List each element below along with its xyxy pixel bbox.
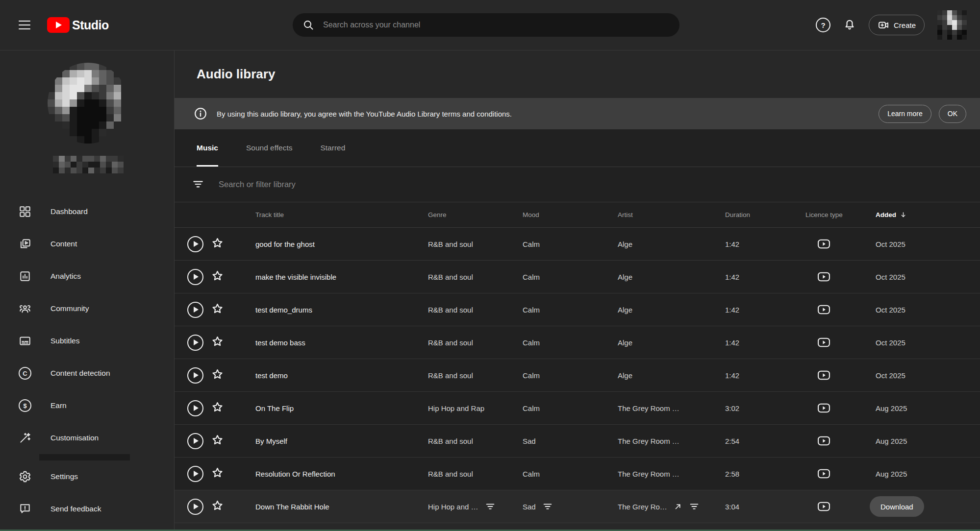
track-title: On The Flip — [250, 404, 428, 412]
star-favorite-button[interactable] — [211, 269, 224, 283]
gear-icon — [19, 470, 31, 483]
sidebar-item-label: Dashboard — [50, 207, 88, 216]
track-duration: 2:54 — [725, 437, 805, 445]
star-favorite-button[interactable] — [211, 434, 224, 447]
play-button[interactable] — [187, 466, 203, 482]
create-button[interactable]: Create — [869, 15, 925, 35]
table-row[interactable]: test demo_drums R&B and soul Calm Alge 1… — [175, 293, 980, 326]
sidebar-item-content-detection[interactable]: C Content detection — [0, 357, 174, 389]
track-added-date: Oct 2025 — [876, 338, 905, 347]
content-icon — [19, 238, 31, 250]
learn-more-button[interactable]: Learn more — [879, 105, 931, 123]
download-button[interactable]: Download — [870, 496, 924, 517]
table-row[interactable]: By Myself R&B and soul Sad The Grey Room… — [175, 425, 980, 458]
track-duration: 3:04 — [725, 503, 805, 511]
licence-type-cell[interactable] — [805, 337, 876, 348]
tab-sound-effects[interactable]: Sound effects — [246, 129, 293, 167]
track-duration: 1:42 — [725, 273, 805, 281]
library-filter-bar[interactable] — [175, 167, 980, 202]
licence-type-cell[interactable] — [805, 468, 876, 479]
track-artist: The Grey Ro… — [618, 503, 667, 511]
sidebar-item-dashboard[interactable]: Dashboard — [0, 195, 174, 228]
table-row[interactable]: Resolution Or Reflection R&B and soul Ca… — [175, 458, 980, 490]
youtube-licence-icon — [817, 239, 830, 249]
star-favorite-button[interactable] — [211, 401, 224, 414]
star-favorite-button[interactable] — [211, 302, 224, 315]
ok-button[interactable]: OK — [939, 105, 966, 123]
search-input[interactable] — [322, 20, 618, 30]
play-button[interactable] — [187, 335, 203, 351]
licence-type-cell[interactable] — [805, 271, 876, 282]
sidebar-item-settings[interactable]: Settings — [0, 460, 174, 493]
table-row[interactable]: test demo bass R&B and soul Calm Alge 1:… — [175, 326, 980, 359]
col-added-sort[interactable]: Added — [876, 211, 980, 218]
account-avatar[interactable] — [937, 10, 967, 40]
track-artist: Alge — [618, 371, 632, 380]
channel-name-redacted — [53, 156, 124, 173]
play-button[interactable] — [187, 236, 203, 252]
sidebar-item-content[interactable]: Content — [0, 228, 174, 260]
star-favorite-button[interactable] — [211, 237, 224, 250]
star-favorite-button[interactable] — [211, 368, 224, 381]
licence-type-cell[interactable] — [805, 239, 876, 249]
tab-music[interactable]: Music — [197, 129, 218, 167]
table-row[interactable]: good for the ghost R&B and soul Calm Alg… — [175, 228, 980, 261]
play-button[interactable] — [187, 269, 203, 285]
licence-type-cell[interactable] — [805, 403, 876, 413]
track-title: Resolution Or Reflection — [250, 470, 428, 478]
wand-icon — [19, 432, 31, 444]
sidebar-item-community[interactable]: Community — [0, 292, 174, 325]
star-favorite-button[interactable] — [211, 466, 224, 480]
table-row[interactable]: test demo R&B and soul Calm Alge 1:42 — [175, 359, 980, 392]
licence-type-cell[interactable] — [805, 501, 876, 512]
play-button[interactable] — [187, 433, 203, 449]
sidebar-item-subtitles[interactable]: Subtitles — [0, 325, 174, 357]
hamburger-menu-icon[interactable] — [19, 21, 30, 29]
sidebar-item-earn[interactable]: $ Earn — [0, 389, 174, 422]
sidebar-item-label: Earn — [50, 401, 67, 410]
youtube-licence-icon — [817, 304, 830, 315]
channel-avatar[interactable] — [48, 63, 128, 144]
track-artist: The Grey Room … — [618, 437, 679, 445]
open-artist-external-icon[interactable] — [674, 502, 682, 511]
terms-banner: By using this audio library, you agree w… — [175, 98, 980, 129]
track-duration: 1:42 — [725, 338, 805, 347]
star-favorite-button[interactable] — [211, 499, 224, 512]
track-mood: Calm — [523, 371, 540, 380]
youtube-licence-icon — [817, 370, 830, 381]
channel-search-bar[interactable] — [293, 13, 679, 37]
main-content: Audio library By using this audio librar… — [175, 50, 980, 531]
sidebar-item-label: Content — [50, 240, 77, 248]
table-row[interactable]: Down The Rabbit Hole Hip Hop and … Sad T… — [175, 490, 980, 523]
licence-type-cell[interactable] — [805, 304, 876, 315]
play-button[interactable] — [187, 499, 203, 515]
notifications-bell-icon[interactable] — [843, 19, 856, 31]
mood-filter-icon[interactable] — [542, 501, 553, 512]
table-header: Track title Genre Mood Artist Duration L… — [175, 202, 980, 228]
col-mood: Mood — [523, 211, 618, 218]
artist-filter-icon[interactable] — [689, 501, 700, 512]
table-row[interactable]: make the visible invisible R&B and soul … — [175, 261, 980, 293]
youtube-licence-icon — [817, 403, 830, 413]
table-row[interactable]: On The Flip Hip Hop and Rap Calm The Gre… — [175, 392, 980, 425]
licence-type-cell[interactable] — [805, 370, 876, 381]
track-genre: R&B and soul — [428, 437, 473, 445]
track-mood: Calm — [523, 273, 540, 281]
sidebar-item-analytics[interactable]: Analytics — [0, 260, 174, 292]
filter-input[interactable] — [218, 179, 514, 190]
play-button[interactable] — [187, 367, 203, 384]
help-icon[interactable]: ? — [816, 18, 830, 32]
track-genre: R&B and soul — [428, 273, 473, 281]
youtube-licence-icon — [817, 468, 830, 479]
youtube-licence-icon — [817, 271, 830, 282]
genre-filter-icon[interactable] — [485, 501, 496, 512]
sidebar-item-customisation[interactable]: Customisation — [0, 422, 174, 454]
track-added-date: Oct 2025 — [876, 371, 905, 380]
youtube-studio-logo[interactable]: Studio — [47, 17, 109, 33]
play-button[interactable] — [187, 400, 203, 416]
play-button[interactable] — [187, 302, 203, 318]
star-favorite-button[interactable] — [211, 335, 224, 348]
licence-type-cell[interactable] — [805, 435, 876, 446]
sidebar-item-send-feedback[interactable]: Send feedback — [0, 493, 174, 525]
tab-starred[interactable]: Starred — [320, 129, 345, 167]
